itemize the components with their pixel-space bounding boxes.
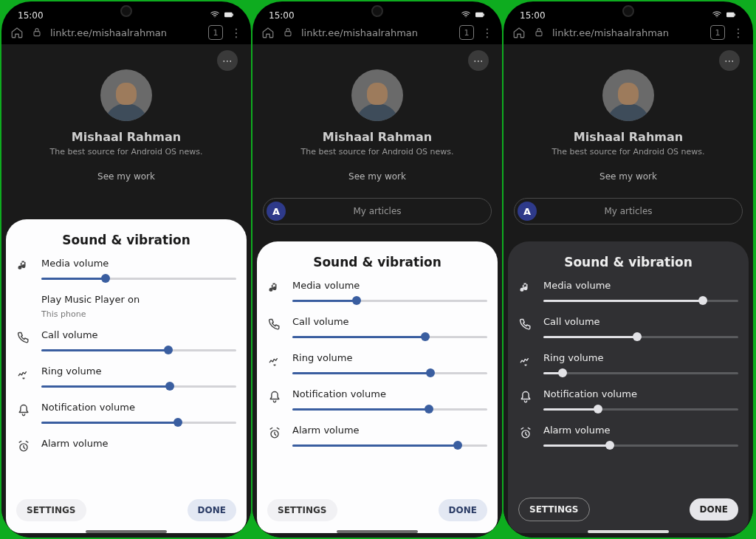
volume-row-notif: Notification volume [518, 388, 738, 414]
battery-icon [223, 9, 235, 21]
volume-row-alarm: Alarm volume [16, 438, 236, 454]
volume-slider[interactable] [41, 273, 236, 284]
done-button[interactable]: DONE [439, 499, 487, 521]
bell-icon [16, 403, 31, 418]
articles-button[interactable]: A My articles [263, 198, 492, 224]
profile-name: Mishaal Rahman [504, 130, 753, 144]
tab-count[interactable]: 1 [208, 25, 223, 40]
slider-thumb[interactable] [421, 332, 430, 341]
slider-thumb[interactable] [164, 346, 173, 354]
volume-label-alarm: Alarm volume [543, 425, 738, 436]
volume-slider[interactable] [41, 381, 236, 391]
bell-icon [518, 390, 533, 405]
tab-count[interactable]: 1 [459, 25, 474, 40]
volume-slider[interactable] [292, 440, 487, 450]
avatar [351, 69, 403, 121]
volume-label-ring: Ring volume [543, 352, 738, 363]
volume-row-notif: Notification volume [16, 402, 236, 428]
gesture-bar[interactable] [337, 530, 418, 533]
ring-icon [267, 354, 282, 368]
alarm-icon [267, 426, 282, 441]
music-icon [267, 281, 282, 296]
slider-thumb[interactable] [453, 441, 462, 450]
more-fab[interactable]: ⋯ [719, 50, 740, 71]
profile-tagline: The best source for Android OS news. [1, 147, 251, 157]
volume-slider[interactable] [543, 295, 738, 306]
battery-icon [725, 9, 737, 21]
articles-button[interactable]: A My articles [514, 198, 743, 224]
profile-cta[interactable]: See my work [252, 171, 502, 182]
slider-thumb[interactable] [698, 296, 707, 305]
profile-cta[interactable]: See my work [504, 171, 753, 182]
url-text[interactable]: linktr.ee/mishaalrahman [552, 27, 703, 38]
volume-row-ring: Ring volume [518, 352, 738, 378]
home-icon[interactable] [261, 26, 275, 39]
sound-vibration-panel: Sound & vibration Media volume Play Musi… [6, 219, 247, 533]
volume-slider[interactable] [543, 440, 738, 450]
avatar [100, 69, 152, 121]
profile-name: Mishaal Rahman [1, 130, 251, 144]
more-fab[interactable]: ⋯ [217, 50, 238, 71]
gesture-bar[interactable] [588, 530, 669, 533]
settings-button[interactable]: SETTINGS [16, 499, 86, 521]
phone-icon [267, 317, 282, 332]
url-text[interactable]: linktr.ee/mishaalrahman [50, 27, 201, 38]
volume-slider[interactable] [292, 295, 487, 306]
volume-slider[interactable] [292, 332, 487, 342]
volume-slider[interactable] [543, 368, 738, 378]
sound-vibration-panel: Sound & vibration Media volume Call volu… [508, 241, 749, 533]
slider-thumb[interactable] [558, 368, 567, 377]
slider-thumb[interactable] [165, 382, 174, 391]
browser-url-bar[interactable]: linktr.ee/mishaalrahman 1 ⋮ [1, 21, 251, 44]
ring-icon [16, 367, 31, 382]
volume-slider[interactable] [292, 368, 487, 378]
browser-url-bar[interactable]: linktr.ee/mishaalrahman 1 ⋮ [504, 21, 753, 44]
slider-thumb[interactable] [425, 405, 433, 413]
volume-row-ring: Ring volume [267, 352, 487, 378]
slider-thumb[interactable] [633, 332, 642, 341]
profile-name: Mishaal Rahman [252, 130, 502, 144]
play-on-row[interactable]: Play Music Player on This phone [16, 294, 236, 319]
volume-slider[interactable] [543, 332, 738, 342]
settings-button[interactable]: SETTINGS [267, 499, 337, 521]
profile-cta[interactable]: See my work [1, 171, 251, 182]
more-fab[interactable]: ⋯ [468, 50, 489, 71]
volume-slider[interactable] [543, 404, 738, 414]
volume-label-ring: Ring volume [41, 365, 236, 377]
volume-slider[interactable] [41, 417, 236, 428]
slider-thumb[interactable] [352, 296, 361, 305]
wifi-icon [210, 10, 220, 20]
url-text[interactable]: linktr.ee/mishaalrahman [301, 27, 452, 38]
slider-thumb[interactable] [101, 274, 110, 283]
volume-slider[interactable] [292, 404, 487, 414]
done-button[interactable]: DONE [188, 499, 236, 521]
home-icon[interactable] [512, 26, 526, 39]
overflow-menu-icon[interactable]: ⋮ [481, 26, 493, 40]
status-time: 15:00 [520, 10, 546, 21]
gesture-bar[interactable] [86, 530, 167, 533]
phone-icon [518, 317, 533, 332]
music-icon [16, 259, 31, 274]
home-icon[interactable] [10, 26, 24, 39]
done-button[interactable]: DONE [690, 498, 738, 521]
volume-label-notif: Notification volume [292, 388, 487, 399]
alarm-icon [16, 439, 31, 454]
play-on-label: Play Music Player on [41, 294, 236, 305]
camera-punchhole [622, 5, 634, 17]
camera-punchhole [371, 5, 383, 17]
lock-icon [282, 27, 294, 38]
overflow-menu-icon[interactable]: ⋮ [230, 26, 242, 40]
panel-title: Sound & vibration [518, 255, 738, 270]
profile-tagline: The best source for Android OS news. [504, 147, 753, 157]
volume-slider[interactable] [41, 345, 236, 355]
browser-url-bar[interactable]: linktr.ee/mishaalrahman 1 ⋮ [252, 21, 502, 44]
panel-title: Sound & vibration [267, 255, 487, 270]
overflow-menu-icon[interactable]: ⋮ [732, 26, 744, 40]
slider-thumb[interactable] [426, 368, 435, 377]
volume-label-notif: Notification volume [543, 388, 738, 399]
settings-button[interactable]: SETTINGS [518, 498, 590, 521]
slider-thumb[interactable] [594, 405, 602, 413]
slider-thumb[interactable] [605, 441, 614, 450]
slider-thumb[interactable] [173, 418, 182, 427]
tab-count[interactable]: 1 [710, 25, 725, 40]
